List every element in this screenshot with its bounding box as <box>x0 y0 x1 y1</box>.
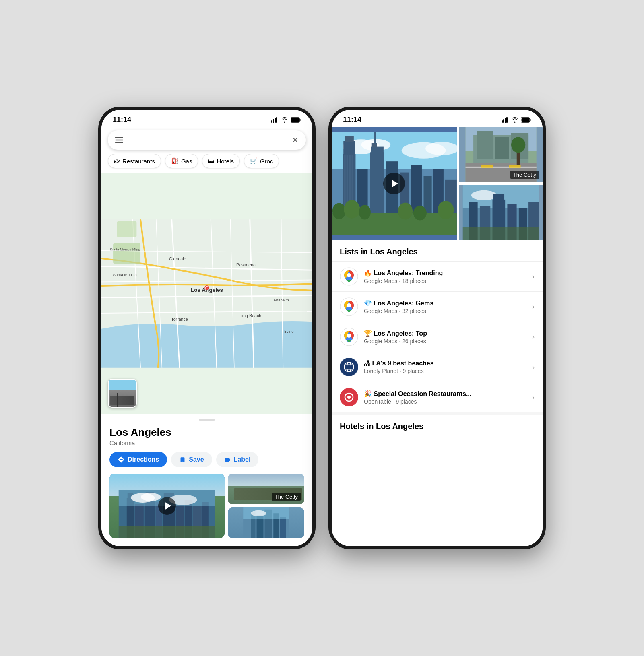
scrollable-content[interactable]: Lists in Los Angeles � <box>332 240 543 546</box>
photo-thumb-1[interactable]: The Getty <box>228 474 304 504</box>
hero-thumb-1[interactable]: The Getty <box>459 127 543 182</box>
search-bar[interactable]: Los Angeles ✕ <box>108 130 306 150</box>
lonely-planet-icon <box>340 358 358 376</box>
restaurants-icon: 🍽 <box>114 158 120 165</box>
svg-text:Santa Monica: Santa Monica <box>113 272 137 277</box>
list-item-gems[interactable]: 💎 Los Angeles: Gems Google Maps · 32 pla… <box>332 291 543 322</box>
battery-icon <box>291 117 301 123</box>
gmaps-pin-top <box>340 328 358 346</box>
hotels-section: Hotels in Los Angeles <box>332 412 543 436</box>
trending-title: 🔥 Los Angeles: Trending <box>364 269 526 277</box>
list-text-special: 🎉 Special Occasion Restaurants... OpenTa… <box>364 390 526 405</box>
svg-rect-63 <box>502 120 503 123</box>
svg-rect-66 <box>506 117 508 123</box>
svg-point-96 <box>332 203 346 219</box>
street-view-thumbnail[interactable] <box>108 379 137 408</box>
top-title: 🏆 Los Angeles: Top <box>364 330 526 337</box>
photo-main[interactable] <box>109 474 225 538</box>
beaches-title: 🏖 LA's 9 best beaches <box>364 360 526 367</box>
status-time-1: 11:14 <box>113 116 131 124</box>
list-text-gems: 💎 Los Angeles: Gems Google Maps · 32 pla… <box>364 299 526 314</box>
svg-rect-64 <box>503 119 504 123</box>
bottom-sheet: Los Angeles California Directions Save <box>101 414 312 546</box>
map-area[interactable]: Los Angeles Pasadena Glendale Torrance L… <box>101 173 312 414</box>
svg-rect-69 <box>522 118 529 122</box>
list-text-beaches: 🏖 LA's 9 best beaches Lonely Planet · 9 … <box>364 360 526 374</box>
photo-thumb-2[interactable] <box>228 507 304 538</box>
filter-chip-hotels[interactable]: 🛏 Hotels <box>202 154 240 168</box>
status-icons-2 <box>502 117 531 123</box>
svg-point-36 <box>206 287 208 289</box>
svg-rect-3 <box>276 117 277 123</box>
directions-icon <box>118 456 125 463</box>
svg-rect-50 <box>119 526 215 538</box>
svg-rect-21 <box>117 221 137 237</box>
save-button[interactable]: Save <box>171 452 212 467</box>
label-icon <box>224 456 231 463</box>
hotels-label: Hotels <box>217 158 234 165</box>
getty-label: The Getty <box>272 493 301 501</box>
svg-text:Long Beach: Long Beach <box>238 313 261 318</box>
gas-icon: ⛽ <box>171 157 179 165</box>
phone-1: 11:14 <box>98 107 316 549</box>
svg-rect-124 <box>463 227 539 240</box>
directions-button[interactable]: Directions <box>109 452 167 467</box>
chevron-gems: › <box>532 303 535 311</box>
list-item-top[interactable]: 🏆 Los Angeles: Top Google Maps · 26 plac… <box>332 322 543 352</box>
svg-point-62 <box>251 510 266 516</box>
save-label: Save <box>189 456 204 463</box>
place-name: Los Angeles <box>109 426 304 439</box>
trending-subtitle: Google Maps · 18 places <box>364 278 526 284</box>
signal-icon <box>271 117 279 123</box>
filter-chip-grocery[interactable]: 🛒 Groc <box>244 154 279 168</box>
svg-rect-109 <box>465 167 536 168</box>
phone1-content: Los Angeles ✕ 🍽 Restaurants ⛽ Gas 🛏 Hote… <box>101 127 312 546</box>
svg-point-137 <box>347 396 351 399</box>
hero-thumb-2[interactable] <box>459 185 543 240</box>
svg-text:Glendale: Glendale <box>169 256 186 261</box>
hero-photos[interactable]: The Getty <box>332 127 543 240</box>
filter-chip-restaurants[interactable]: 🍽 Restaurants <box>108 154 161 168</box>
svg-rect-120 <box>493 194 504 200</box>
svg-point-53 <box>141 493 161 501</box>
status-bar-1: 11:14 <box>101 110 312 127</box>
filter-chip-gas[interactable]: ⛽ Gas <box>165 154 198 168</box>
play-button[interactable] <box>158 497 176 515</box>
label-label: Label <box>234 456 251 463</box>
svg-rect-79 <box>345 136 354 142</box>
svg-rect-68 <box>530 119 531 121</box>
hero-main-photo[interactable] <box>332 127 457 240</box>
beaches-subtitle: Lonely Planet · 9 places <box>364 368 526 374</box>
svg-rect-106 <box>495 137 509 159</box>
svg-rect-86 <box>371 147 384 153</box>
list-text-top: 🏆 Los Angeles: Top Google Maps · 26 plac… <box>364 330 526 345</box>
svg-point-101 <box>438 201 454 219</box>
opentable-icon <box>340 388 358 406</box>
svg-rect-105 <box>477 131 493 159</box>
svg-rect-78 <box>343 141 355 155</box>
svg-point-100 <box>413 206 427 221</box>
list-item-beaches[interactable]: 🏖 LA's 9 best beaches Lonely Planet · 9 … <box>332 352 543 382</box>
photo-strip[interactable]: The Getty <box>109 474 304 538</box>
beaches-emoji: 🏖 <box>364 360 372 367</box>
play-button-2[interactable] <box>383 173 405 194</box>
svg-text:Pasadena: Pasadena <box>236 262 256 267</box>
status-time-2: 11:14 <box>343 116 361 124</box>
clear-button[interactable]: ✕ <box>292 135 299 145</box>
label-button[interactable]: Label <box>216 452 259 467</box>
gems-emoji: 💎 <box>364 300 374 307</box>
svg-rect-5 <box>300 119 301 121</box>
svg-rect-110 <box>481 165 493 168</box>
hero-thumb-svg-2 <box>459 185 543 240</box>
list-item-trending[interactable]: 🔥 Los Angeles: Trending Google Maps · 18… <box>332 261 543 291</box>
svg-rect-7 <box>115 137 123 138</box>
svg-rect-20 <box>113 243 140 264</box>
gmaps-pin-trending <box>340 267 358 286</box>
search-input[interactable]: Los Angeles <box>127 136 288 144</box>
hamburger-icon <box>115 137 123 143</box>
svg-rect-87 <box>372 143 377 147</box>
svg-rect-65 <box>505 118 506 123</box>
svg-point-128 <box>347 303 351 307</box>
grocery-label: Groc <box>260 158 273 165</box>
list-item-restaurants[interactable]: 🎉 Special Occasion Restaurants... OpenTa… <box>332 382 543 412</box>
